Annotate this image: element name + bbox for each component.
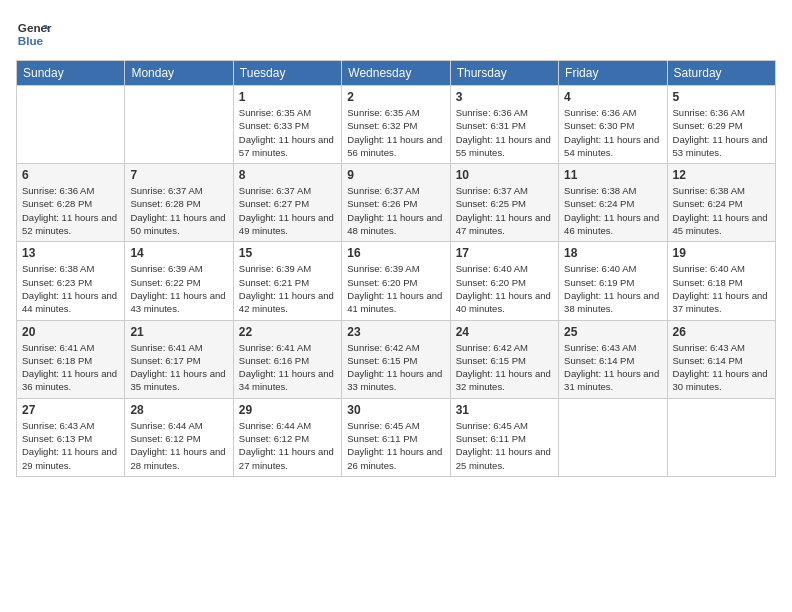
day-number: 6 [22, 168, 119, 182]
day-number: 27 [22, 403, 119, 417]
calendar-day-cell: 7Sunrise: 6:37 AM Sunset: 6:28 PM Daylig… [125, 164, 233, 242]
logo-icon: General Blue [16, 16, 52, 52]
day-info: Sunrise: 6:38 AM Sunset: 6:24 PM Dayligh… [564, 184, 661, 237]
day-number: 31 [456, 403, 553, 417]
calendar-day-cell: 18Sunrise: 6:40 AM Sunset: 6:19 PM Dayli… [559, 242, 667, 320]
calendar-day-cell: 19Sunrise: 6:40 AM Sunset: 6:18 PM Dayli… [667, 242, 775, 320]
calendar-day-cell: 13Sunrise: 6:38 AM Sunset: 6:23 PM Dayli… [17, 242, 125, 320]
day-info: Sunrise: 6:43 AM Sunset: 6:14 PM Dayligh… [673, 341, 770, 394]
day-info: Sunrise: 6:37 AM Sunset: 6:28 PM Dayligh… [130, 184, 227, 237]
day-number: 17 [456, 246, 553, 260]
calendar-header-cell: Friday [559, 61, 667, 86]
day-number: 29 [239, 403, 336, 417]
calendar-week-row: 27Sunrise: 6:43 AM Sunset: 6:13 PM Dayli… [17, 398, 776, 476]
day-info: Sunrise: 6:36 AM Sunset: 6:29 PM Dayligh… [673, 106, 770, 159]
calendar-day-cell: 27Sunrise: 6:43 AM Sunset: 6:13 PM Dayli… [17, 398, 125, 476]
day-number: 7 [130, 168, 227, 182]
calendar-day-cell: 28Sunrise: 6:44 AM Sunset: 6:12 PM Dayli… [125, 398, 233, 476]
day-number: 20 [22, 325, 119, 339]
day-number: 2 [347, 90, 444, 104]
calendar-day-cell: 4Sunrise: 6:36 AM Sunset: 6:30 PM Daylig… [559, 86, 667, 164]
day-number: 16 [347, 246, 444, 260]
day-info: Sunrise: 6:37 AM Sunset: 6:27 PM Dayligh… [239, 184, 336, 237]
calendar-day-cell: 11Sunrise: 6:38 AM Sunset: 6:24 PM Dayli… [559, 164, 667, 242]
calendar-day-cell: 23Sunrise: 6:42 AM Sunset: 6:15 PM Dayli… [342, 320, 450, 398]
day-number: 23 [347, 325, 444, 339]
day-info: Sunrise: 6:40 AM Sunset: 6:20 PM Dayligh… [456, 262, 553, 315]
day-number: 5 [673, 90, 770, 104]
calendar-week-row: 20Sunrise: 6:41 AM Sunset: 6:18 PM Dayli… [17, 320, 776, 398]
day-info: Sunrise: 6:45 AM Sunset: 6:11 PM Dayligh… [456, 419, 553, 472]
day-number: 18 [564, 246, 661, 260]
day-info: Sunrise: 6:35 AM Sunset: 6:33 PM Dayligh… [239, 106, 336, 159]
day-number: 1 [239, 90, 336, 104]
day-number: 11 [564, 168, 661, 182]
day-number: 10 [456, 168, 553, 182]
day-info: Sunrise: 6:36 AM Sunset: 6:31 PM Dayligh… [456, 106, 553, 159]
calendar-day-cell: 31Sunrise: 6:45 AM Sunset: 6:11 PM Dayli… [450, 398, 558, 476]
day-info: Sunrise: 6:43 AM Sunset: 6:13 PM Dayligh… [22, 419, 119, 472]
calendar-week-row: 13Sunrise: 6:38 AM Sunset: 6:23 PM Dayli… [17, 242, 776, 320]
day-info: Sunrise: 6:36 AM Sunset: 6:28 PM Dayligh… [22, 184, 119, 237]
day-number: 14 [130, 246, 227, 260]
day-info: Sunrise: 6:38 AM Sunset: 6:23 PM Dayligh… [22, 262, 119, 315]
calendar-day-cell: 3Sunrise: 6:36 AM Sunset: 6:31 PM Daylig… [450, 86, 558, 164]
day-number: 19 [673, 246, 770, 260]
calendar-body: 1Sunrise: 6:35 AM Sunset: 6:33 PM Daylig… [17, 86, 776, 477]
day-info: Sunrise: 6:44 AM Sunset: 6:12 PM Dayligh… [130, 419, 227, 472]
calendar-day-cell: 8Sunrise: 6:37 AM Sunset: 6:27 PM Daylig… [233, 164, 341, 242]
day-number: 22 [239, 325, 336, 339]
svg-text:Blue: Blue [18, 34, 44, 47]
calendar-table: SundayMondayTuesdayWednesdayThursdayFrid… [16, 60, 776, 477]
calendar-day-cell: 21Sunrise: 6:41 AM Sunset: 6:17 PM Dayli… [125, 320, 233, 398]
day-info: Sunrise: 6:38 AM Sunset: 6:24 PM Dayligh… [673, 184, 770, 237]
calendar-day-cell: 12Sunrise: 6:38 AM Sunset: 6:24 PM Dayli… [667, 164, 775, 242]
calendar-day-cell: 29Sunrise: 6:44 AM Sunset: 6:12 PM Dayli… [233, 398, 341, 476]
day-number: 26 [673, 325, 770, 339]
day-number: 21 [130, 325, 227, 339]
day-number: 9 [347, 168, 444, 182]
calendar-week-row: 6Sunrise: 6:36 AM Sunset: 6:28 PM Daylig… [17, 164, 776, 242]
logo: General Blue [16, 16, 52, 52]
calendar-day-cell [17, 86, 125, 164]
calendar-day-cell: 9Sunrise: 6:37 AM Sunset: 6:26 PM Daylig… [342, 164, 450, 242]
calendar-day-cell [125, 86, 233, 164]
day-info: Sunrise: 6:42 AM Sunset: 6:15 PM Dayligh… [456, 341, 553, 394]
calendar-day-cell: 22Sunrise: 6:41 AM Sunset: 6:16 PM Dayli… [233, 320, 341, 398]
calendar-day-cell [559, 398, 667, 476]
day-info: Sunrise: 6:44 AM Sunset: 6:12 PM Dayligh… [239, 419, 336, 472]
day-number: 24 [456, 325, 553, 339]
day-info: Sunrise: 6:36 AM Sunset: 6:30 PM Dayligh… [564, 106, 661, 159]
page-header: General Blue [16, 16, 776, 52]
calendar-day-cell: 30Sunrise: 6:45 AM Sunset: 6:11 PM Dayli… [342, 398, 450, 476]
calendar-week-row: 1Sunrise: 6:35 AM Sunset: 6:33 PM Daylig… [17, 86, 776, 164]
calendar-day-cell: 6Sunrise: 6:36 AM Sunset: 6:28 PM Daylig… [17, 164, 125, 242]
day-info: Sunrise: 6:35 AM Sunset: 6:32 PM Dayligh… [347, 106, 444, 159]
day-info: Sunrise: 6:40 AM Sunset: 6:18 PM Dayligh… [673, 262, 770, 315]
day-number: 3 [456, 90, 553, 104]
day-number: 8 [239, 168, 336, 182]
day-info: Sunrise: 6:42 AM Sunset: 6:15 PM Dayligh… [347, 341, 444, 394]
calendar-header-cell: Monday [125, 61, 233, 86]
calendar-header-cell: Tuesday [233, 61, 341, 86]
calendar-day-cell: 24Sunrise: 6:42 AM Sunset: 6:15 PM Dayli… [450, 320, 558, 398]
day-info: Sunrise: 6:39 AM Sunset: 6:21 PM Dayligh… [239, 262, 336, 315]
day-info: Sunrise: 6:43 AM Sunset: 6:14 PM Dayligh… [564, 341, 661, 394]
day-number: 13 [22, 246, 119, 260]
day-number: 12 [673, 168, 770, 182]
calendar-day-cell: 15Sunrise: 6:39 AM Sunset: 6:21 PM Dayli… [233, 242, 341, 320]
calendar-header-cell: Wednesday [342, 61, 450, 86]
day-number: 4 [564, 90, 661, 104]
day-number: 28 [130, 403, 227, 417]
day-info: Sunrise: 6:37 AM Sunset: 6:25 PM Dayligh… [456, 184, 553, 237]
day-info: Sunrise: 6:39 AM Sunset: 6:22 PM Dayligh… [130, 262, 227, 315]
calendar-header-cell: Thursday [450, 61, 558, 86]
calendar-day-cell: 10Sunrise: 6:37 AM Sunset: 6:25 PM Dayli… [450, 164, 558, 242]
calendar-day-cell: 20Sunrise: 6:41 AM Sunset: 6:18 PM Dayli… [17, 320, 125, 398]
calendar-header-cell: Sunday [17, 61, 125, 86]
day-info: Sunrise: 6:41 AM Sunset: 6:17 PM Dayligh… [130, 341, 227, 394]
calendar-day-cell: 26Sunrise: 6:43 AM Sunset: 6:14 PM Dayli… [667, 320, 775, 398]
calendar-day-cell: 2Sunrise: 6:35 AM Sunset: 6:32 PM Daylig… [342, 86, 450, 164]
calendar-header-cell: Saturday [667, 61, 775, 86]
calendar-day-cell: 14Sunrise: 6:39 AM Sunset: 6:22 PM Dayli… [125, 242, 233, 320]
